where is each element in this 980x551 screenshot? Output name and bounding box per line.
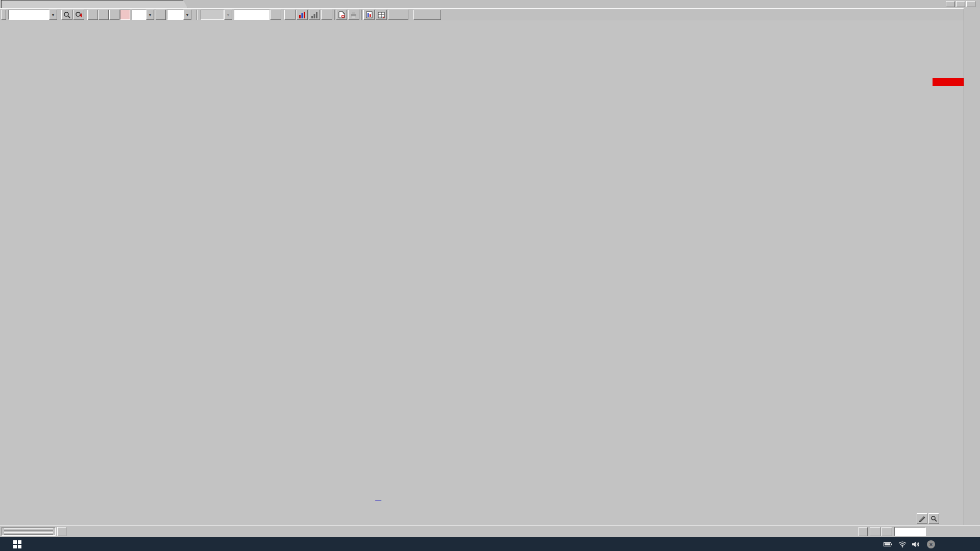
expand-bars-button[interactable] xyxy=(928,527,937,536)
printer-icon xyxy=(350,12,357,18)
y-axis-labels xyxy=(932,20,964,533)
tick-value xyxy=(167,10,183,20)
close-button[interactable] xyxy=(966,1,975,7)
chart-window-tab[interactable] xyxy=(1,0,188,9)
period-month-button[interactable] xyxy=(109,10,119,20)
chart-panel[interactable]: — xyxy=(0,20,964,525)
drawing-tool-sidebar xyxy=(964,8,980,525)
zoom-in-button[interactable] xyxy=(948,527,957,536)
history-navigator[interactable] xyxy=(67,527,857,536)
tick-value-combo[interactable]: ▼ xyxy=(167,10,191,20)
chart-report-icon xyxy=(366,11,373,18)
new-chart-button[interactable] xyxy=(336,10,347,20)
indicator-check-button[interactable] xyxy=(284,10,296,20)
volume-gray-button[interactable] xyxy=(309,10,320,20)
chevron-down-icon[interactable]: ▼ xyxy=(49,10,57,20)
windows-taskbar: × xyxy=(0,537,980,551)
chart-toolbar: ▼ ▼ ▼ ▼ xyxy=(0,8,980,21)
print-button xyxy=(348,10,359,20)
zoom-out-button xyxy=(958,527,966,536)
tray-chevron-icon[interactable] xyxy=(870,537,880,551)
magnifier-icon xyxy=(930,515,937,522)
scroll-left-button[interactable] xyxy=(57,527,66,536)
status-mute-icon[interactable]: × xyxy=(925,537,937,551)
close-navigator-button[interactable] xyxy=(971,527,979,536)
shrink-bars-button[interactable] xyxy=(938,527,947,536)
upload-button[interactable] xyxy=(413,10,441,20)
restore-button[interactable] xyxy=(956,1,965,7)
minute-value-combo[interactable]: ▼ xyxy=(132,10,154,20)
current-price-badge xyxy=(933,78,965,86)
scroll-right-button[interactable] xyxy=(859,527,868,536)
pencil-icon xyxy=(919,515,925,522)
minute-value xyxy=(132,10,146,20)
search-button[interactable] xyxy=(61,10,72,20)
chart-report-button[interactable] xyxy=(363,10,375,20)
bar-type-button[interactable] xyxy=(270,10,281,20)
window-titlebar xyxy=(0,0,980,9)
tick-button[interactable] xyxy=(156,10,166,20)
symbol-value xyxy=(8,10,49,20)
page-back-button[interactable] xyxy=(870,527,880,536)
visible-bars-input[interactable] xyxy=(894,527,926,536)
grid-view-button[interactable] xyxy=(376,10,387,20)
collapse-toolbar-button[interactable] xyxy=(1,10,6,20)
chevron-down-icon: ▼ xyxy=(224,10,232,20)
period-week-button[interactable] xyxy=(99,10,109,20)
count-combo: ▼ xyxy=(201,10,232,20)
bar-count-input[interactable] xyxy=(234,10,270,20)
battery-icon[interactable] xyxy=(882,537,894,551)
chevron-down-icon[interactable]: ▼ xyxy=(183,10,191,20)
symbol-combo[interactable]: ▼ xyxy=(8,10,57,20)
document-icon xyxy=(338,11,345,18)
period-minute-button[interactable] xyxy=(120,10,130,20)
windows-logo-icon xyxy=(13,540,21,548)
low-annotation: — xyxy=(375,496,381,504)
symbol-search-button[interactable] xyxy=(73,10,84,20)
price-plot[interactable] xyxy=(0,20,964,533)
speaker-icon[interactable] xyxy=(910,537,922,551)
volume-red-icon xyxy=(299,12,306,18)
zoom-mode-button[interactable] xyxy=(928,513,939,524)
start-button[interactable] xyxy=(6,537,29,551)
sort-button[interactable] xyxy=(321,10,332,20)
draw-mode-button[interactable] xyxy=(917,513,927,524)
desktop: ▼ ▼ ▼ ▼ xyxy=(0,0,980,551)
resize-grip[interactable] xyxy=(2,527,56,536)
volume-gray-icon xyxy=(311,12,318,18)
table-grid-icon xyxy=(378,12,385,18)
search-recent-icon xyxy=(75,11,83,18)
chevron-down-icon[interactable]: ▼ xyxy=(146,10,154,20)
volume-red-button[interactable] xyxy=(297,10,308,20)
wifi-icon[interactable] xyxy=(896,537,909,551)
period-day-button[interactable] xyxy=(88,10,98,20)
individual-button xyxy=(388,10,408,20)
count-label xyxy=(201,10,224,20)
chart-bottom-bar xyxy=(0,525,980,538)
search-icon xyxy=(63,11,70,18)
page-forward-button[interactable] xyxy=(881,527,892,536)
minimize-button[interactable] xyxy=(946,1,955,7)
